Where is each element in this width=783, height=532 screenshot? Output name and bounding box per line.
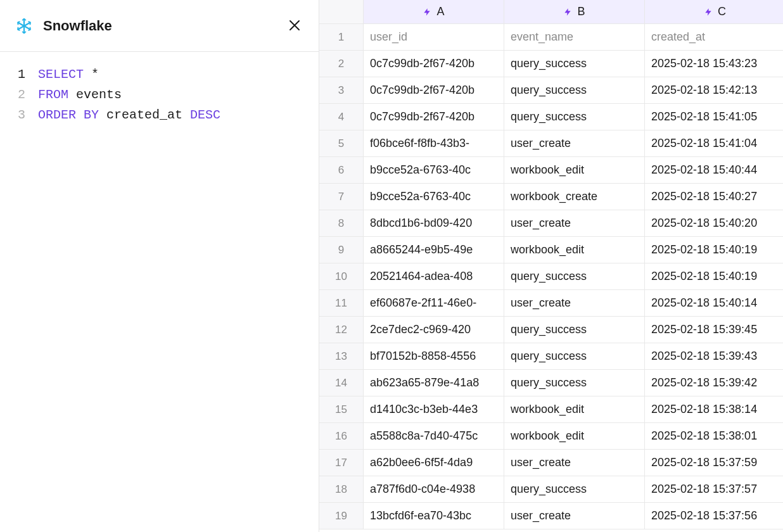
data-cell[interactable]: user_create [504,290,645,317]
row-number[interactable]: 9 [319,237,364,263]
data-cell[interactable]: workbook_edit [504,237,645,263]
header-left: Snowflake [15,17,112,35]
column-header[interactable]: A [364,0,504,24]
data-cell[interactable]: 0c7c99db-2f67-420b [364,77,504,104]
column-header[interactable]: C [645,0,783,24]
data-cell[interactable]: query_success [504,370,645,396]
row-number[interactable]: 18 [319,476,364,503]
data-cell[interactable]: user_create [504,210,645,237]
field-header-cell[interactable]: user_id [364,24,504,51]
line-code: FROM events [38,85,122,105]
data-cell[interactable]: 2025-02-18 15:43:23 [645,51,783,77]
data-cell[interactable]: workbook_edit [504,423,645,450]
close-button[interactable] [286,15,303,37]
data-cell[interactable]: 2025-02-18 15:38:01 [645,423,783,450]
sql-editor[interactable]: 1SELECT *2FROM events3ORDER BY created_a… [0,52,319,125]
row-number[interactable]: 10 [319,263,364,290]
data-cell[interactable]: 8dbcd1b6-bd09-420 [364,210,504,237]
data-cell[interactable]: ab623a65-879e-41a8 [364,370,504,396]
row-number[interactable]: 15 [319,396,364,423]
data-cell[interactable]: 2ce7dec2-c969-420 [364,317,504,343]
data-cell[interactable]: workbook_create [504,184,645,210]
results-grid[interactable]: ABC1user_idevent_namecreated_at20c7c99db… [319,0,783,529]
data-cell[interactable]: 2025-02-18 15:40:19 [645,263,783,290]
bolt-icon [423,7,431,17]
data-cell[interactable]: 2025-02-18 15:40:19 [645,237,783,263]
data-cell[interactable]: user_create [504,130,645,157]
data-cell[interactable]: b9cce52a-6763-40c [364,184,504,210]
row-number[interactable]: 14 [319,370,364,396]
data-cell[interactable]: query_success [504,317,645,343]
grid-corner [319,0,364,24]
row-number[interactable]: 12 [319,317,364,343]
row-number[interactable]: 17 [319,450,364,476]
data-cell[interactable]: 2025-02-18 15:38:14 [645,396,783,423]
data-cell[interactable]: 2025-02-18 15:39:45 [645,317,783,343]
data-cell[interactable]: 2025-02-18 15:37:56 [645,503,783,529]
data-cell[interactable]: user_create [504,503,645,529]
data-cell[interactable]: query_success [504,263,645,290]
field-header-cell[interactable]: event_name [504,24,645,51]
data-cell[interactable]: 2025-02-18 15:41:04 [645,130,783,157]
data-cell[interactable]: query_success [504,104,645,130]
row-number[interactable]: 11 [319,290,364,317]
data-cell[interactable]: 2025-02-18 15:39:42 [645,370,783,396]
row-number[interactable]: 2 [319,51,364,77]
data-cell[interactable]: a5588c8a-7d40-475c [364,423,504,450]
sql-panel: Snowflake 1SELECT *2FROM events3ORDER BY… [0,0,319,532]
line-code: SELECT * [38,65,99,85]
panel-title: Snowflake [43,18,112,34]
field-header-cell[interactable]: created_at [645,24,783,51]
row-number[interactable]: 4 [319,104,364,130]
data-cell[interactable]: 13bcfd6f-ea70-43bc [364,503,504,529]
data-cell[interactable]: 0c7c99db-2f67-420b [364,51,504,77]
row-number[interactable]: 19 [319,503,364,529]
line-number: 3 [0,105,38,125]
data-cell[interactable]: 2025-02-18 15:37:57 [645,476,783,503]
column-letter: A [436,5,444,18]
data-cell[interactable]: a62b0ee6-6f5f-4da9 [364,450,504,476]
row-number[interactable]: 3 [319,77,364,104]
data-cell[interactable]: 2025-02-18 15:37:59 [645,450,783,476]
row-number[interactable]: 7 [319,184,364,210]
code-line: 2FROM events [0,85,319,105]
line-code: ORDER BY created_at DESC [38,105,220,125]
data-cell[interactable]: b9cce52a-6763-40c [364,157,504,184]
close-icon [288,16,301,35]
row-number[interactable]: 6 [319,157,364,184]
column-header[interactable]: B [504,0,645,24]
snowflake-icon [15,17,33,35]
bolt-icon [563,7,572,17]
row-number[interactable]: 1 [319,24,364,51]
bolt-icon [704,7,713,17]
results-panel: ABC1user_idevent_namecreated_at20c7c99db… [319,0,783,532]
data-cell[interactable]: query_success [504,476,645,503]
data-cell[interactable]: query_success [504,77,645,104]
data-cell[interactable]: 0c7c99db-2f67-420b [364,104,504,130]
data-cell[interactable]: 2025-02-18 15:40:27 [645,184,783,210]
data-cell[interactable]: workbook_edit [504,396,645,423]
data-cell[interactable]: 2025-02-18 15:42:13 [645,77,783,104]
data-cell[interactable]: 2025-02-18 15:40:44 [645,157,783,184]
data-cell[interactable]: a787f6d0-c04e-4938 [364,476,504,503]
row-number[interactable]: 8 [319,210,364,237]
column-letter: C [718,5,726,18]
data-cell[interactable]: 2025-02-18 15:41:05 [645,104,783,130]
data-cell[interactable]: query_success [504,343,645,370]
data-cell[interactable]: query_success [504,51,645,77]
data-cell[interactable]: d1410c3c-b3eb-44e3 [364,396,504,423]
data-cell[interactable]: f06bce6f-f8fb-43b3- [364,130,504,157]
data-cell[interactable]: ef60687e-2f11-46e0- [364,290,504,317]
data-cell[interactable]: 2025-02-18 15:39:43 [645,343,783,370]
data-cell[interactable]: user_create [504,450,645,476]
data-cell[interactable]: 2025-02-18 15:40:14 [645,290,783,317]
row-number[interactable]: 16 [319,423,364,450]
data-cell[interactable]: a8665244-e9b5-49e [364,237,504,263]
data-cell[interactable]: 20521464-adea-408 [364,263,504,290]
data-cell[interactable]: bf70152b-8858-4556 [364,343,504,370]
data-cell[interactable]: workbook_edit [504,157,645,184]
data-cell[interactable]: 2025-02-18 15:40:20 [645,210,783,237]
row-number[interactable]: 13 [319,343,364,370]
line-number: 2 [0,85,38,105]
row-number[interactable]: 5 [319,130,364,157]
